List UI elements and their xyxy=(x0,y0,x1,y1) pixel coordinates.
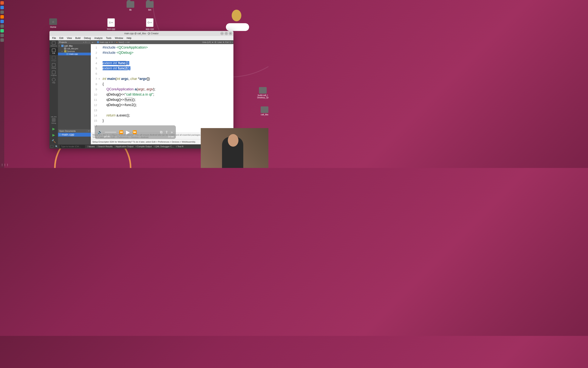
debug-run-button[interactable]: ▶ xyxy=(50,132,58,138)
play-button[interactable]: ▶ xyxy=(126,129,130,135)
tree-sources-folder[interactable]: ▾ Sources xyxy=(58,50,91,53)
window-title: main.cpp @ call_liba - Qt Creator xyxy=(124,32,159,35)
menu-view[interactable]: View xyxy=(65,36,73,40)
add-icon[interactable]: + xyxy=(89,41,90,43)
split-icon[interactable]: ▫ xyxy=(87,41,88,43)
desktop-test-cpp[interactable]: C++ test.cpp xyxy=(104,18,118,30)
dock-firefox[interactable] xyxy=(0,1,4,5)
desktop-label: app.cpp xyxy=(146,28,154,30)
mode-design[interactable]: Design xyxy=(50,55,58,62)
mode-label: Edit xyxy=(52,52,55,54)
pane-issues[interactable]: 1Issues xyxy=(87,145,95,148)
pane-test[interactable]: 8Test R xyxy=(176,145,183,148)
desktop-app-cpp[interactable]: C++ app.cpp xyxy=(143,18,157,30)
dropdown-icon[interactable]: ▾ xyxy=(212,41,213,44)
volume-slider[interactable] xyxy=(105,132,116,133)
pane-label: Issues xyxy=(88,145,95,148)
fold-column[interactable]: ▾ xyxy=(99,44,101,133)
mode-welcome[interactable]: Welcome xyxy=(50,40,58,48)
dropdown-icon[interactable]: ▾ xyxy=(109,41,110,44)
split-icon[interactable]: ▫ xyxy=(232,41,233,43)
dock-app[interactable] xyxy=(0,34,4,37)
dock-app[interactable] xyxy=(0,10,4,14)
mode-projects[interactable]: Projects xyxy=(50,70,58,77)
volume-icon[interactable]: 🔊 xyxy=(98,130,102,134)
nav-back[interactable]: ◀ xyxy=(92,41,93,44)
tree-project-root[interactable]: ▾ call_liba xyxy=(58,45,91,47)
rewind-button[interactable]: ⏪ xyxy=(119,130,123,134)
desktop-label: bin xyxy=(148,9,151,11)
cursor-position[interactable]: Line: 4, Col: 1 xyxy=(218,41,231,43)
desktop-home[interactable]: ⌂ Home xyxy=(46,18,60,28)
search-icon: 🔍 xyxy=(55,145,58,148)
edit-icon xyxy=(52,49,55,52)
pane-appout[interactable]: 3Application Output xyxy=(114,145,133,148)
kit-selector[interactable]: call_liba Debug xyxy=(50,114,58,126)
desktop-calllibs-folder[interactable]: call_libs xyxy=(261,106,268,116)
menu-analyze[interactable]: Analyze xyxy=(93,36,104,40)
opendoc-main-cpp[interactable]: main.cpp xyxy=(58,133,91,137)
desktop-bin-folder[interactable]: bin xyxy=(143,1,157,11)
locator-input[interactable] xyxy=(60,145,85,148)
sync-icon[interactable]: ⟲ xyxy=(85,41,87,43)
mode-debug[interactable]: Debug xyxy=(50,62,58,70)
dock-app[interactable] xyxy=(0,15,4,18)
menu-help[interactable]: Help xyxy=(125,36,133,40)
mode-edit[interactable]: Edit xyxy=(50,48,58,55)
dock-app[interactable] xyxy=(0,38,4,42)
dock-app[interactable] xyxy=(0,24,4,28)
split-icon[interactable]: ▫ xyxy=(87,130,87,132)
file-selector[interactable]: main.cpp xyxy=(100,41,108,43)
projects-header: Projects ≡ ⟲ ▫ + xyxy=(58,40,91,44)
symbol-selector[interactable]: func() -> int xyxy=(119,41,130,43)
encoding-selector[interactable]: Unix (LF) xyxy=(202,41,211,43)
pane-qml[interactable]: 5QML Debugger C… xyxy=(154,145,174,148)
pane-label: QML Debugger C… xyxy=(155,145,174,148)
close-button[interactable]: ✕ xyxy=(229,32,232,35)
mode-help[interactable]: Help xyxy=(50,77,58,84)
toggle-sidebar[interactable] xyxy=(50,145,53,148)
cpp-file-icon xyxy=(59,134,61,136)
pane-search[interactable]: 2Search Results xyxy=(97,145,113,148)
desktop-build-folder[interactable]: build-call_l Desktop_Qt xyxy=(257,87,268,99)
menu-build[interactable]: Build xyxy=(74,36,82,40)
build-button[interactable]: 🔨 xyxy=(50,138,58,144)
code-content[interactable]: #include <QCoreApplication> #include <QD… xyxy=(101,44,233,133)
folder-icon xyxy=(261,106,268,113)
close-icon[interactable]: ✕ xyxy=(88,130,90,132)
dock-app[interactable] xyxy=(0,6,4,9)
desktop-label: build-call_l xyxy=(258,94,268,96)
menu-edit[interactable]: Edit xyxy=(58,36,65,40)
nav-fwd[interactable]: ▶ xyxy=(94,41,96,44)
pip-button[interactable]: ⧉ xyxy=(160,130,163,134)
desktop-lib-folder[interactable]: lib xyxy=(124,1,137,11)
close-file[interactable]: ✕ xyxy=(111,41,113,44)
tree-pro-file[interactable]: call_liba.pro xyxy=(58,47,91,50)
show-applications[interactable]: ⋮⋮⋮ xyxy=(1,163,9,166)
menu-window[interactable]: Window xyxy=(114,36,125,40)
more-button[interactable]: » xyxy=(171,130,173,134)
dock-app[interactable] xyxy=(0,20,4,23)
kit-config: Debug xyxy=(51,122,56,124)
expand-icon[interactable]: ▾ xyxy=(59,45,61,47)
dock-qtcreator[interactable] xyxy=(0,29,4,33)
run-button[interactable]: ▶ xyxy=(50,126,58,132)
filter-icon[interactable]: ≡ xyxy=(83,41,84,43)
expand-icon[interactable]: ▾ xyxy=(62,50,64,52)
bookmark-icon[interactable]: ☰ xyxy=(214,41,216,44)
menu-debug[interactable]: Debug xyxy=(82,36,92,40)
menu-tools[interactable]: Tools xyxy=(105,36,113,40)
pane-label: Application Output xyxy=(116,145,133,148)
forward-button[interactable]: ⏩ xyxy=(132,130,137,134)
open-documents: main.cpp xyxy=(58,133,91,144)
share-button[interactable]: ⇪ xyxy=(165,130,168,134)
menu-file[interactable]: File xyxy=(51,36,57,40)
minimize-button[interactable]: — xyxy=(220,32,224,35)
titlebar[interactable]: main.cpp @ call_liba - Qt Creator — □ ✕ xyxy=(50,31,233,36)
mode-label: Design xyxy=(51,60,56,62)
code-editor[interactable]: 12345678910111213141516 ▾ #include <QCor… xyxy=(91,44,233,133)
mode-label: Projects xyxy=(51,74,57,76)
pane-compile[interactable]: 4Compile Output xyxy=(135,145,152,148)
maximize-button[interactable]: □ xyxy=(225,32,228,35)
tree-main-cpp[interactable]: main.cpp xyxy=(58,53,91,55)
